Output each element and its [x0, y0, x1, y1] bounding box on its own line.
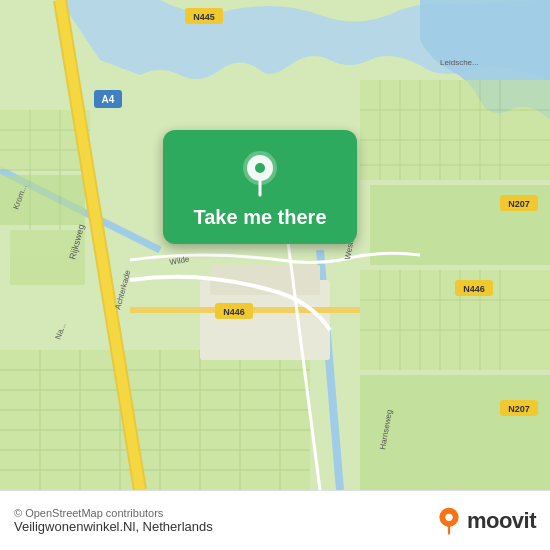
- footer-left: © OpenStreetMap contributors Veiligwonen…: [14, 507, 213, 534]
- svg-text:A4: A4: [102, 94, 115, 105]
- location-pin-icon: [240, 150, 280, 198]
- svg-point-75: [445, 513, 452, 520]
- svg-text:N207: N207: [508, 199, 530, 209]
- svg-rect-5: [0, 175, 85, 225]
- location-title: Veiligwonenwinkel.Nl, Netherlands: [14, 519, 213, 534]
- svg-text:N446: N446: [463, 284, 485, 294]
- svg-point-73: [255, 163, 265, 173]
- copyright-text: © OpenStreetMap contributors: [14, 507, 213, 519]
- cta-container: Take me there: [155, 130, 365, 244]
- cta-label: Take me there: [193, 206, 326, 229]
- map-svg: A4 N446 N446 N207 N207 N445 Rijksweg Wil…: [0, 0, 550, 490]
- take-me-there-button[interactable]: Take me there: [163, 130, 356, 244]
- svg-text:N207: N207: [508, 404, 530, 414]
- footer: © OpenStreetMap contributors Veiligwonen…: [0, 490, 550, 550]
- moovit-brand-text: moovit: [467, 508, 536, 534]
- svg-text:N445: N445: [193, 12, 215, 22]
- map-container: A4 N446 N446 N207 N207 N445 Rijksweg Wil…: [0, 0, 550, 490]
- svg-text:N446: N446: [223, 307, 245, 317]
- svg-rect-35: [0, 350, 310, 490]
- moovit-logo: moovit: [435, 507, 536, 535]
- moovit-pin-icon: [435, 507, 463, 535]
- svg-text:Leidsche...: Leidsche...: [440, 58, 479, 67]
